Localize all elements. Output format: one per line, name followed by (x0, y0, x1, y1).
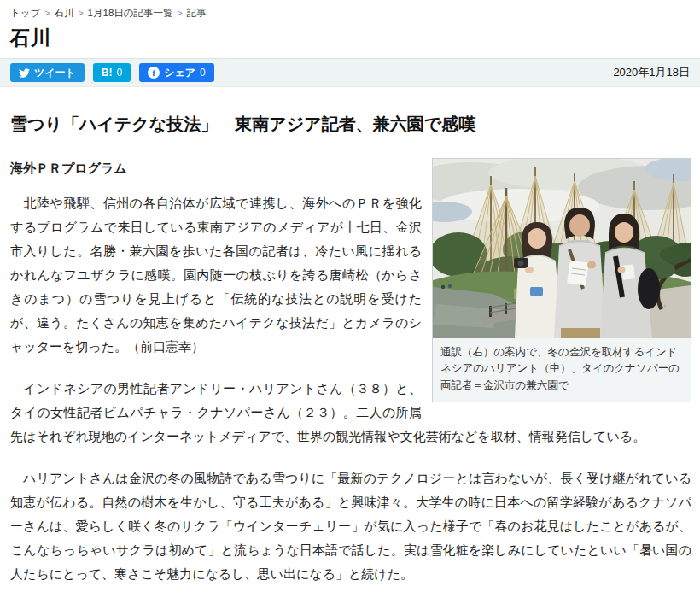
hatena-bookmark-button[interactable]: B! 0 (93, 63, 131, 82)
breadcrumb: トップ>石川>1月18日の記事一覧>記事 (0, 0, 700, 21)
breadcrumb-link-article[interactable]: 記事 (187, 8, 207, 18)
facebook-share-button[interactable]: f シェア 0 (139, 63, 214, 82)
tweet-button[interactable]: ツイート (10, 63, 85, 82)
article-page: トップ>石川>1月18日の記事一覧>記事 石川 ツイート B! 0 f シェア … (0, 0, 700, 598)
article-title: 雪つり「ハイテクな技法」 東南アジア記者、兼六園で感嘆 (0, 87, 700, 151)
hatena-b-icon: B! (102, 67, 113, 78)
breadcrumb-separator: > (44, 8, 50, 18)
article-photo-figure: 通訳（右）の案内で、冬の金沢を取材するインドネシアのハリアント（中）、タイのクナ… (432, 158, 691, 402)
twitter-bird-icon (19, 67, 30, 79)
article-date: 2020年1月18日 (613, 65, 690, 80)
facebook-icon: f (148, 67, 160, 79)
page-title: 石川 (0, 21, 700, 58)
article-body: 通訳（右）の案内で、冬の金沢を取材するインドネシアのハリアント（中）、タイのクナ… (0, 151, 700, 598)
breadcrumb-link-ishikawa[interactable]: 石川 (54, 8, 73, 18)
breadcrumb-separator: > (178, 8, 183, 18)
facebook-share-label: シェア (164, 67, 195, 78)
facebook-share-count: 0 (200, 67, 206, 78)
breadcrumb-separator: > (78, 8, 83, 18)
tweet-button-label: ツイート (34, 67, 76, 78)
share-bar: ツイート B! 0 f シェア 0 2020年1月18日 (0, 58, 700, 87)
kenrokuen-photo[interactable] (433, 159, 691, 338)
hatena-count: 0 (117, 67, 123, 78)
breadcrumb-link-top[interactable]: トップ (10, 8, 40, 18)
breadcrumb-link-article-list[interactable]: 1月18日の記事一覧 (88, 8, 173, 18)
article-paragraph-3: ハリアントさんは金沢の冬の風物詩である雪つりに「最新のテクノロジーとは言わないが… (10, 466, 691, 586)
photo-caption: 通訳（右）の案内で、冬の金沢を取材するインドネシアのハリアント（中）、タイのクナ… (433, 338, 691, 402)
